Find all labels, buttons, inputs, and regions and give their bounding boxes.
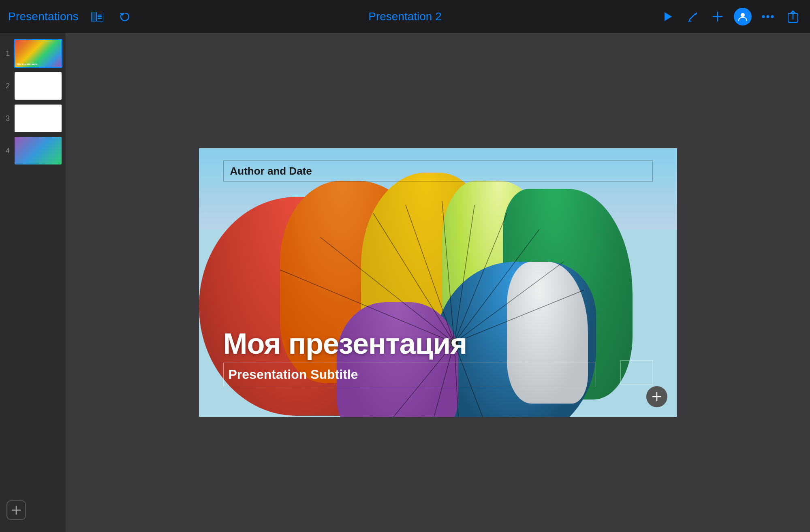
slide1-thumb-label: Моя презентация: [17, 63, 37, 65]
more-options-button[interactable]: [759, 8, 777, 26]
slide-panel: 1 Моя презентация 2 3: [0, 33, 66, 532]
topbar-center: Presentation 2: [368, 10, 442, 23]
svg-rect-5: [98, 18, 102, 19]
main-content: 1 Моя презентация 2 3: [0, 33, 810, 532]
svg-rect-3: [98, 15, 102, 16]
slide-item-3[interactable]: 3: [0, 102, 66, 135]
topbar-left: Presentations: [8, 8, 146, 26]
slide-editor: Author and Date Моя презентация Presenta…: [66, 33, 810, 532]
play-button[interactable]: [658, 8, 676, 26]
svg-point-13: [767, 15, 769, 18]
author-date-box[interactable]: Author and Date: [223, 160, 653, 182]
svg-line-20: [406, 205, 454, 343]
svg-line-21: [442, 201, 454, 343]
corner-box: [620, 360, 653, 385]
svg-marker-6: [665, 12, 672, 21]
slide-thumbnail-2[interactable]: [14, 71, 62, 100]
slide-item-4[interactable]: 4: [0, 135, 66, 167]
add-button[interactable]: [709, 8, 727, 26]
slide-thumbnail-4[interactable]: [14, 136, 62, 165]
slide-number-4: 4: [4, 147, 11, 155]
svg-line-19: [373, 213, 454, 343]
slide-number-1: 1: [4, 49, 11, 58]
slide-item-1[interactable]: 1 Моя презентация: [0, 37, 66, 70]
slide-content-add-button[interactable]: [646, 386, 667, 407]
slide-thumbnail-3[interactable]: [14, 104, 62, 133]
svg-point-11: [741, 13, 745, 17]
add-slide-button[interactable]: [6, 500, 26, 520]
main-slide[interactable]: Author and Date Моя презентация Presenta…: [199, 148, 677, 417]
svg-rect-4: [98, 16, 102, 17]
svg-point-12: [762, 15, 765, 18]
svg-rect-0: [91, 12, 96, 21]
undo-button[interactable]: [116, 8, 134, 26]
sidebar-toggle-button[interactable]: [88, 8, 106, 26]
subtitle-text: Presentation Subtitle: [229, 367, 358, 382]
slide-thumbnail-1[interactable]: Моя презентация: [14, 39, 62, 68]
topbar: Presentations Presentation 2: [0, 0, 810, 33]
main-title[interactable]: Моя презентация: [223, 327, 467, 360]
author-date-text: Author and Date: [230, 165, 312, 177]
share-button[interactable]: [784, 8, 802, 26]
svg-line-7: [690, 14, 695, 19]
slide-number-2: 2: [4, 82, 11, 90]
user-avatar[interactable]: [734, 8, 752, 26]
add-slide-area: [0, 494, 66, 528]
subtitle-box[interactable]: Presentation Subtitle: [223, 363, 596, 386]
document-title[interactable]: Presentation 2: [368, 10, 442, 23]
slide-number-3: 3: [4, 114, 11, 123]
svg-line-22: [454, 205, 474, 343]
annotation-button[interactable]: [684, 8, 701, 26]
svg-point-14: [771, 15, 774, 18]
slide-item-2[interactable]: 2: [0, 70, 66, 102]
presentations-link[interactable]: Presentations: [8, 10, 79, 23]
topbar-right: [658, 8, 802, 26]
